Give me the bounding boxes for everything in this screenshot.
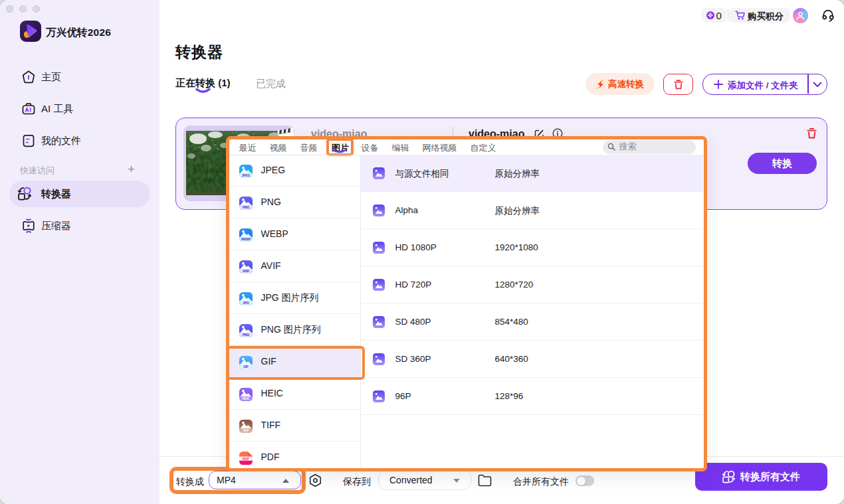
svg-text:PDF: PDF [242,457,249,461]
svg-text:WEBP: WEBP [241,238,251,241]
svg-text:AVIF: AVIF [242,270,249,273]
svg-text:TIFF: TIFF [243,429,249,432]
svg-text:JPG: JPG [243,301,249,305]
svg-text:HEIC: HEIC [242,397,250,400]
svg-text:JPEG: JPEG [241,174,250,177]
svg-text:PNG: PNG [242,206,249,209]
svg-text:PNG: PNG [242,333,249,337]
